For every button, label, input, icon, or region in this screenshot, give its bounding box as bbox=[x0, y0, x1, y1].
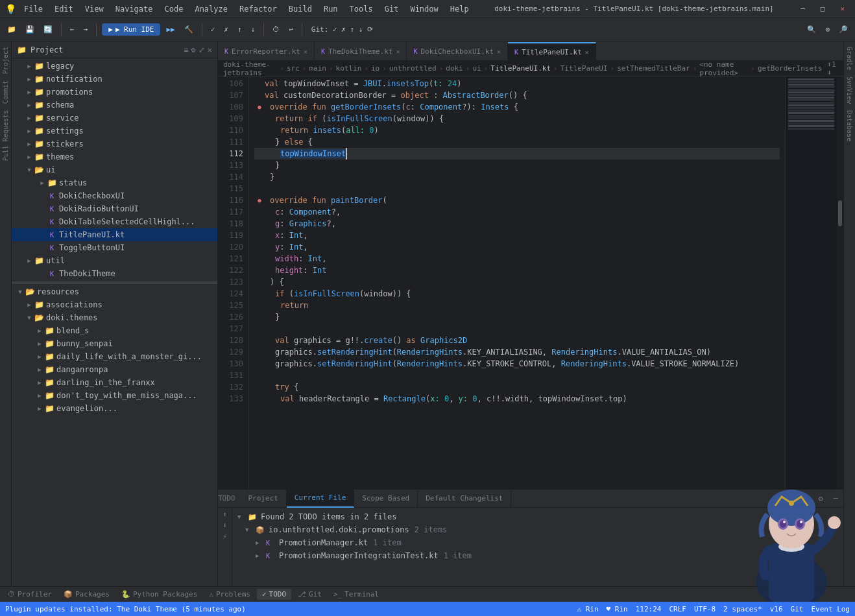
todo-promotionmanager-item[interactable]: ▶ K PromotionManager.kt 1 item bbox=[232, 536, 843, 549]
tree-item-promotions[interactable]: ▶ 📁 promotions bbox=[12, 86, 217, 99]
todo-package-item[interactable]: ▼ 📦 io.unthrottled.doki.promotions 2 ite… bbox=[232, 523, 843, 536]
breadcrumb-kotlin[interactable]: kotlin bbox=[336, 64, 362, 73]
svnview-toggle[interactable]: SvnView bbox=[845, 74, 854, 106]
menu-analyze[interactable]: Analyze bbox=[191, 3, 232, 15]
tree-item-ToggleButtonUI[interactable]: K ToggleButtonUI bbox=[12, 241, 217, 254]
menu-build[interactable]: Build bbox=[285, 3, 316, 15]
toolbar-build[interactable]: 🔨 bbox=[181, 23, 197, 36]
panel-expand-btn[interactable]: ⤢ bbox=[199, 45, 205, 54]
toolbar-vcs-3[interactable]: ↑ bbox=[234, 23, 245, 36]
tree-item-notification[interactable]: ▶ 📁 notification bbox=[12, 73, 217, 86]
maximize-button[interactable]: □ bbox=[815, 3, 830, 14]
status-event-log[interactable]: Event Log bbox=[811, 605, 850, 613]
minimize-button[interactable]: ─ bbox=[795, 3, 810, 14]
tree-item-DokiCheckboxUI[interactable]: K DokiCheckboxUI bbox=[12, 189, 217, 202]
todo-tab-changelist[interactable]: Default Changelist bbox=[418, 490, 511, 508]
status-encoding[interactable]: UTF-8 bbox=[694, 605, 716, 613]
menu-git[interactable]: Git bbox=[381, 3, 403, 15]
menu-help[interactable]: Help bbox=[446, 3, 473, 15]
tab-dokicheckboxui[interactable]: K DokiCheckboxUI.kt ✕ bbox=[407, 42, 508, 60]
breadcrumb-src[interactable]: src bbox=[287, 64, 300, 73]
status-line-col[interactable]: 112:24 bbox=[636, 605, 662, 613]
tree-item-ui[interactable]: ▼ 📂 ui bbox=[12, 163, 217, 176]
tree-item-settings[interactable]: ▶ 📁 settings bbox=[12, 124, 217, 137]
todo-minimize-btn[interactable]: ─ bbox=[828, 494, 843, 503]
status-warnings[interactable]: ⚠ Rin bbox=[577, 605, 598, 613]
breadcrumb-io[interactable]: io bbox=[371, 64, 379, 73]
tool-problems[interactable]: ⚠ Problems bbox=[204, 589, 256, 600]
tree-item-util[interactable]: ▶ 📁 util bbox=[12, 254, 217, 267]
breadcrumb-fn2[interactable]: getBorderInsets bbox=[758, 64, 822, 73]
breadcrumb-anon[interactable]: <no name provided> bbox=[699, 60, 748, 77]
toolbar-settings[interactable]: ⚙ bbox=[822, 23, 833, 36]
menu-code[interactable]: Code bbox=[161, 3, 187, 15]
toolbar-refresh[interactable]: 🔄 bbox=[40, 23, 56, 36]
toolbar-vcs-2[interactable]: ✗ bbox=[221, 23, 232, 36]
todo-promotionmanagertest-item[interactable]: ▶ K PromotionManagerIntegrationTest.kt 1… bbox=[232, 549, 843, 562]
tab-errorreporter[interactable]: K ErrorReporter.kt ✕ bbox=[218, 42, 315, 60]
menu-window[interactable]: Window bbox=[406, 3, 442, 15]
menu-navigate[interactable]: Navigate bbox=[112, 3, 157, 15]
tab-close-titlepane[interactable]: ✕ bbox=[585, 49, 589, 56]
tab-titlepaneui[interactable]: K TitlePaneUI.kt ✕ bbox=[508, 42, 596, 60]
panel-close-btn[interactable]: ✕ bbox=[208, 45, 212, 54]
breadcrumb-file[interactable]: TitlePaneUI.kt bbox=[490, 64, 551, 73]
tree-item-bunny-senpai[interactable]: ▶ 📁 bunny_senpai bbox=[12, 337, 217, 350]
status-line-endings[interactable]: CRLF bbox=[669, 605, 686, 613]
tree-item-doki-themes[interactable]: ▼ 📂 doki.themes bbox=[12, 311, 217, 324]
tab-close-thedoki[interactable]: ✕ bbox=[396, 48, 400, 55]
tree-item-DokiRadioButtonUI[interactable]: K DokiRadioButtonUI bbox=[12, 202, 217, 215]
toolbar-history[interactable]: ⏱ bbox=[269, 23, 283, 36]
tree-item-themes[interactable]: ▶ 📁 themes bbox=[12, 150, 217, 163]
tree-item-TheDokiTheme[interactable]: K TheDokiTheme bbox=[12, 267, 217, 280]
tab-close-checkbox[interactable]: ✕ bbox=[497, 48, 501, 55]
menu-run[interactable]: Run bbox=[320, 3, 342, 15]
status-plugin-msg[interactable]: Plugin updates installed: The Doki Theme… bbox=[5, 605, 246, 613]
todo-settings-btn[interactable]: ⚙ bbox=[813, 494, 828, 503]
todo-filter-btn[interactable]: ⚡ bbox=[223, 532, 227, 541]
breadcrumb-unthrottled[interactable]: unthrottled bbox=[389, 64, 437, 73]
todo-tab-current[interactable]: Current File bbox=[287, 490, 354, 508]
tool-python-packages[interactable]: 🐍 Python Packages bbox=[116, 589, 202, 600]
breadcrumb-main[interactable]: main bbox=[309, 64, 326, 73]
breadcrumb-class[interactable]: TitlePaneUI bbox=[560, 64, 608, 73]
breadcrumb-fn1[interactable]: setThemedTitleBar bbox=[617, 64, 690, 73]
todo-expand-btn[interactable]: ⬆ bbox=[223, 510, 227, 519]
close-button[interactable]: ✕ bbox=[835, 3, 850, 14]
toolbar-zoom[interactable]: 🔎 bbox=[836, 23, 851, 36]
tab-close-errorreporter[interactable]: ✕ bbox=[304, 48, 307, 55]
tool-packages[interactable]: 📦 Packages bbox=[58, 589, 115, 600]
tree-item-DokiTableSelectedCell[interactable]: K DokiTableSelectedCellHighl... bbox=[12, 215, 217, 228]
tree-item-danganronpa[interactable]: ▶ 📁 danganronpa bbox=[12, 363, 217, 376]
commit-panel-toggle[interactable]: Commit bbox=[1, 78, 10, 106]
toolbar-search[interactable]: 🔍 bbox=[804, 23, 819, 36]
tree-item-resources[interactable]: ▼ 📂 resources bbox=[12, 285, 217, 298]
tree-item-legacy[interactable]: ▶ 📁 legacy bbox=[12, 60, 217, 73]
toolbar-debug[interactable]: ▶▶ bbox=[163, 23, 178, 36]
breadcrumb-doki[interactable]: doki bbox=[446, 64, 463, 73]
status-git[interactable]: Git bbox=[791, 605, 804, 613]
tree-item-TitlePaneUI[interactable]: K TitlePaneUI.kt bbox=[12, 228, 217, 241]
menu-refactor[interactable]: Refactor bbox=[235, 3, 281, 15]
todo-tab-project[interactable]: Project bbox=[241, 490, 287, 508]
run-button[interactable]: ▶ ▶ Run IDE bbox=[102, 23, 160, 36]
status-indent[interactable]: 2 spaces* bbox=[723, 605, 762, 613]
panel-scope-btn[interactable]: ≡ bbox=[184, 45, 188, 54]
tree-item-status[interactable]: ▶ 📁 status bbox=[12, 176, 217, 189]
code-content[interactable]: val topWindowInset = JBUI.insetsTop(t: 2… bbox=[249, 77, 785, 489]
tree-item-stickers[interactable]: ▶ 📁 stickers bbox=[12, 137, 217, 150]
toolbar-open[interactable]: 📁 bbox=[4, 23, 19, 36]
gradle-panel-toggle[interactable]: Gradle bbox=[845, 44, 854, 73]
menu-view[interactable]: View bbox=[81, 3, 108, 15]
panel-gear-btn[interactable]: ⚙ bbox=[191, 45, 196, 54]
todo-collapse-btn[interactable]: ⬇ bbox=[223, 521, 227, 530]
tab-thedokitheme[interactable]: K TheDokiTheme.kt ✕ bbox=[315, 42, 407, 60]
tool-git[interactable]: ⎇ Git bbox=[293, 589, 327, 600]
breadcrumb-ui[interactable]: ui bbox=[472, 64, 481, 73]
tree-item-service[interactable]: ▶ 📁 service bbox=[12, 112, 217, 124]
toolbar-forward[interactable]: → bbox=[80, 23, 91, 36]
tree-item-daily-life[interactable]: ▶ 📁 daily_life_with_a_monster_gi... bbox=[12, 350, 217, 363]
toolbar-vcs-1[interactable]: ✓ bbox=[208, 23, 219, 36]
tree-item-dont-toy[interactable]: ▶ 📁 don't_toy_with_me_miss_naga... bbox=[12, 389, 217, 402]
scrollbar[interactable] bbox=[837, 77, 843, 489]
